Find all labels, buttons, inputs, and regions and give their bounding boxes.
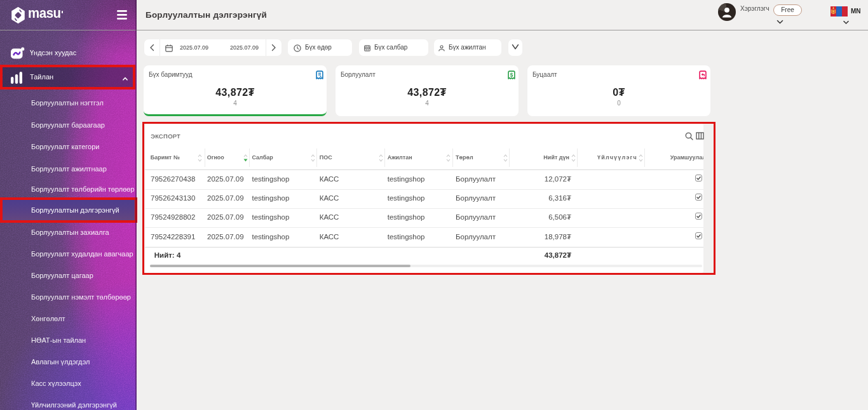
svg-text:$: $ xyxy=(510,72,513,77)
